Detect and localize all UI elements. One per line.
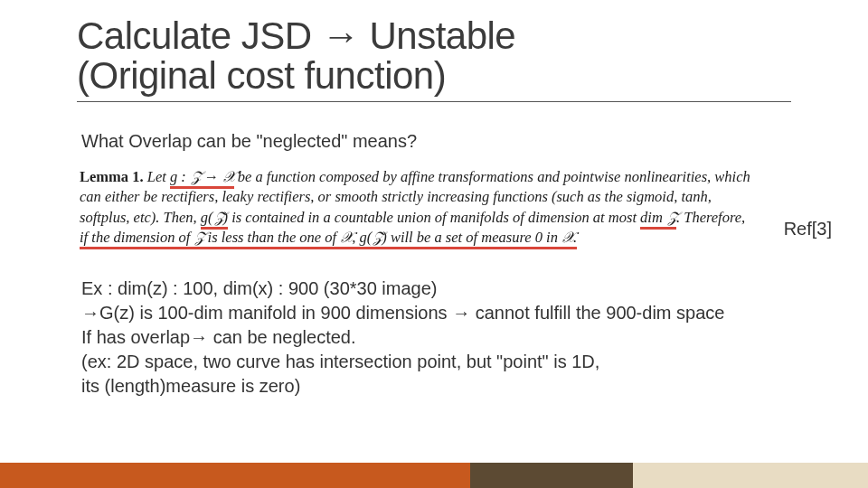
title-line2: (Original cost function) bbox=[77, 54, 446, 97]
arrow-icon: → bbox=[322, 14, 360, 57]
lemma-t1: Let bbox=[144, 168, 170, 185]
ex-line-3: If has overlap→ can be neglected. bbox=[81, 325, 787, 350]
lemma-label: Lemma 1. bbox=[80, 168, 144, 185]
footer-orange bbox=[0, 463, 470, 488]
title-underline bbox=[77, 101, 791, 102]
lemma-t3: is contained in a countable union of man… bbox=[228, 209, 640, 226]
subheading: What Overlap can be "neglected" means? bbox=[81, 131, 417, 152]
slide-title: Calculate JSD → Unstable (Original cost … bbox=[77, 16, 800, 96]
footer-beige bbox=[633, 463, 868, 488]
citation-ref: Ref[3] bbox=[784, 219, 832, 239]
ex-line-2: →G(z) is 100-dim manifold in 900 dimensi… bbox=[81, 301, 787, 325]
title-part-a: Calculate JSD bbox=[77, 14, 322, 57]
footer-brown bbox=[470, 463, 633, 488]
slide: Calculate JSD → Unstable (Original cost … bbox=[0, 0, 868, 488]
lemma-t4: . Therefore, bbox=[676, 209, 745, 226]
footer-accent bbox=[0, 463, 868, 488]
title-part-b: Unstable bbox=[359, 14, 515, 57]
lemma-dimz: dim 𝒵 bbox=[640, 208, 676, 228]
title-block: Calculate JSD → Unstable (Original cost … bbox=[77, 16, 800, 102]
ex-line-4: (ex: 2D space, two curve has intersectio… bbox=[81, 350, 787, 374]
ex-line-1: Ex : dim(z) : 100, dim(x) : 900 (30*30 i… bbox=[81, 277, 787, 301]
lemma-gz: g(𝒵) bbox=[201, 208, 228, 228]
example-block: Ex : dim(z) : 100, dim(x) : 900 (30*30 i… bbox=[81, 277, 787, 399]
lemma-quote: Lemma 1. Let g : 𝒵 → 𝒳 be a function com… bbox=[80, 167, 753, 248]
lemma-conclusion: if the dimension of 𝒵 is less than the o… bbox=[80, 228, 577, 248]
lemma-map: g : 𝒵 → 𝒳 bbox=[170, 167, 234, 187]
ex-line-5: its (length)measure is zero) bbox=[81, 374, 787, 399]
